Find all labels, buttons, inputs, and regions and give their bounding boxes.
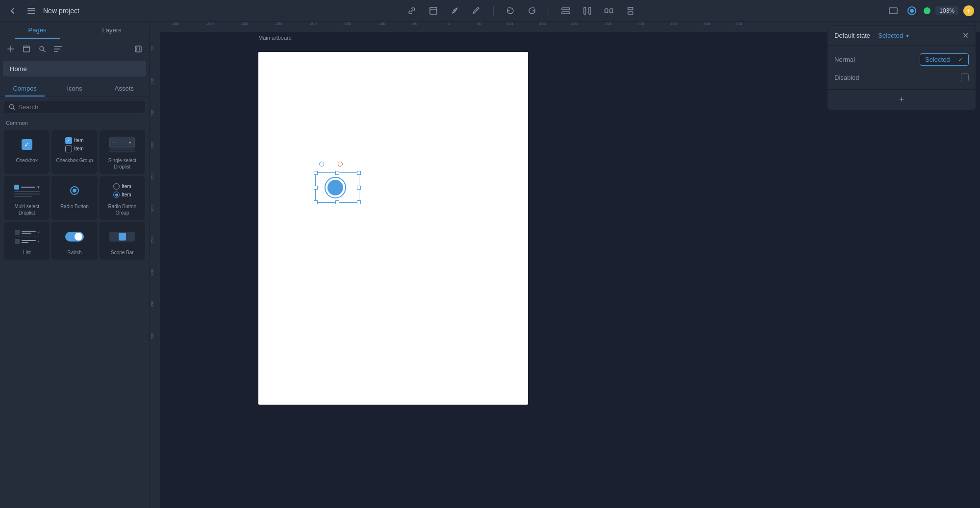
tab-pages[interactable]: Pages	[0, 22, 75, 39]
panel-tabs: Pages Layers	[0, 22, 149, 39]
svg-rect-26	[135, 46, 141, 52]
main-layout: Pages Layers	[0, 22, 980, 508]
state-disabled-label: Disabled	[834, 74, 859, 81]
svg-rect-1	[27, 10, 35, 11]
search-input[interactable]	[18, 103, 140, 111]
state-rows: Normal Selected ✓ Disabled	[828, 46, 976, 89]
left-panel: Pages Layers	[0, 22, 150, 508]
tool-frame[interactable]	[427, 4, 440, 18]
state-dropdown-button[interactable]: ▾	[906, 32, 909, 39]
scope-bar-icon	[107, 227, 137, 246]
anchor-dots	[319, 162, 343, 167]
compo-radio-button-group[interactable]: Item Item Radio Button Group	[100, 176, 145, 220]
menu-icon[interactable]	[25, 4, 38, 18]
svg-rect-7	[562, 12, 570, 14]
state-selected-label: Selected	[878, 32, 903, 39]
compo-list[interactable]: › › List	[4, 222, 50, 260]
view-toggle[interactable]	[886, 4, 900, 18]
back-button[interactable]	[6, 4, 20, 18]
svg-rect-10	[605, 9, 608, 13]
artboard[interactable]	[258, 52, 528, 405]
tool-pencil[interactable]	[470, 4, 483, 18]
zoom-level[interactable]: 103%	[935, 6, 958, 15]
add-user-button[interactable]: +	[963, 5, 974, 16]
tool-pen[interactable]	[448, 4, 462, 18]
history-icon[interactable]	[131, 42, 145, 56]
topbar-right: 103% +	[886, 4, 974, 18]
status-dot	[924, 7, 930, 14]
dist-h-button[interactable]	[602, 4, 616, 18]
radio-button-group-icon: Item Item	[107, 181, 137, 200]
state-disabled-checkbox[interactable]	[961, 73, 969, 81]
topbar: New project	[0, 0, 980, 22]
radio-inner-circle	[327, 180, 343, 195]
single-select-icon: ··· ▾	[107, 135, 137, 154]
right-state-panel: Default state - Selected ▾ ✕ Normal Sele…	[823, 22, 980, 114]
svg-rect-13	[628, 12, 633, 14]
svg-rect-0	[27, 8, 35, 9]
search-pages-icon[interactable]	[35, 42, 49, 56]
sort-pages-icon[interactable]	[51, 42, 65, 56]
tab-compos[interactable]: Compos	[0, 80, 50, 97]
state-row-normal: Normal Selected ✓	[828, 49, 976, 70]
dist-v-button[interactable]	[624, 4, 637, 18]
compo-switch[interactable]: Switch	[51, 222, 97, 260]
compo-checkbox[interactable]: ✓ Checkbox	[4, 130, 50, 174]
compo-radio-button-label: Radio Button	[60, 203, 89, 210]
compo-scope-bar[interactable]: Scope Bar	[100, 222, 145, 260]
switch-icon	[60, 227, 89, 246]
tab-layers[interactable]: Layers	[75, 22, 149, 39]
svg-rect-8	[584, 7, 586, 14]
undo-button[interactable]	[503, 4, 517, 18]
compo-grid: ✓ Checkbox ✓ Item Item	[0, 128, 149, 262]
align-v-button[interactable]	[580, 4, 594, 18]
svg-line-30	[13, 108, 15, 110]
state-title-group: Default state - Selected ▾	[834, 32, 909, 39]
list-icon: › ›	[12, 227, 42, 246]
redo-button[interactable]	[525, 4, 539, 18]
multi-select-icon: ▾	[12, 181, 42, 200]
compo-list-label: List	[23, 249, 31, 256]
checkbox-group-icon: ✓ Item Item	[60, 135, 89, 154]
check-icon: ✓	[958, 56, 963, 63]
compo-single-select[interactable]: ··· ▾ Single-select Droplist	[100, 130, 145, 174]
compo-tabs: Compos Icons Assets	[0, 80, 149, 97]
state-normal-label: Normal	[834, 56, 855, 63]
section-label: Common	[0, 117, 149, 128]
add-page-button[interactable]	[4, 42, 18, 56]
compo-switch-label: Switch	[67, 249, 81, 256]
compo-radio-button[interactable]: Radio Button	[51, 176, 97, 220]
topbar-center	[160, 4, 881, 18]
search-bar	[4, 101, 145, 113]
compo-multi-select[interactable]: ▾ Multi-select Droplist	[4, 176, 50, 220]
canvas-frame-label: Main artboard	[258, 35, 292, 41]
state-row-disabled: Disabled	[828, 70, 976, 85]
compo-multi-select-label: Multi-select Droplist	[6, 203, 48, 216]
svg-rect-9	[589, 7, 591, 14]
svg-rect-11	[610, 9, 613, 13]
state-panel-header: Default state - Selected ▾ ✕	[828, 26, 976, 46]
blue-circle-icon[interactable]	[905, 4, 919, 18]
frame-icon[interactable]	[20, 42, 33, 56]
state-normal-value-box[interactable]: Selected ✓	[920, 53, 969, 66]
compo-scope-bar-label: Scope Bar	[111, 249, 134, 256]
tab-icons[interactable]: Icons	[50, 80, 99, 97]
anchor-dot-right	[338, 162, 343, 167]
compo-checkbox-group[interactable]: ✓ Item Item Checkbox Group	[51, 130, 97, 174]
tab-assets[interactable]: Assets	[100, 80, 149, 97]
state-panel: Default state - Selected ▾ ✕ Normal Sele…	[827, 25, 976, 110]
anchor-dot-left	[319, 162, 324, 167]
selected-radio-button[interactable]	[325, 177, 346, 198]
tool-link[interactable]	[405, 4, 419, 18]
compo-checkbox-label: Checkbox	[16, 157, 37, 164]
svg-point-5	[454, 10, 455, 11]
radio-outer-ring	[325, 177, 346, 198]
align-h-button[interactable]	[559, 4, 573, 18]
page-item-home[interactable]: Home	[3, 61, 146, 76]
add-state-button[interactable]: +	[828, 89, 976, 110]
compo-radio-button-group-label: Radio Button Group	[101, 203, 143, 216]
close-button[interactable]: ✕	[962, 31, 969, 40]
state-title-prefix: Default state	[834, 32, 870, 39]
svg-rect-12	[628, 7, 633, 10]
svg-point-16	[910, 9, 914, 13]
